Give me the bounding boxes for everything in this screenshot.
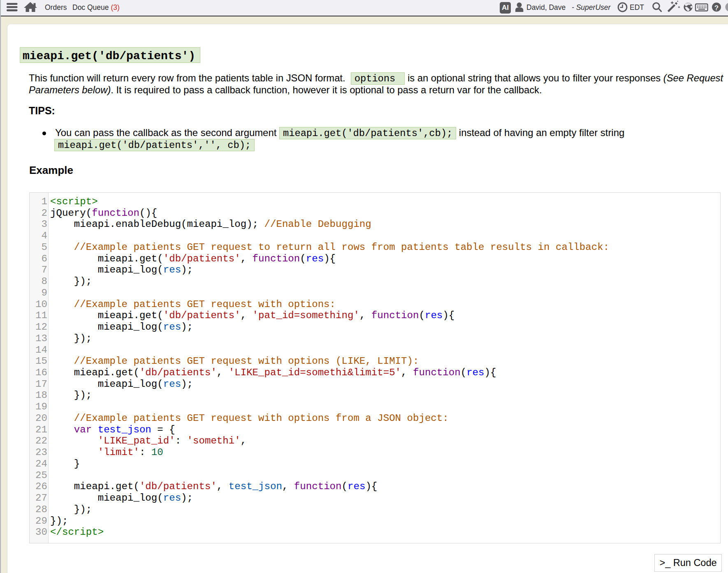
svg-text:?: ?	[714, 4, 719, 12]
